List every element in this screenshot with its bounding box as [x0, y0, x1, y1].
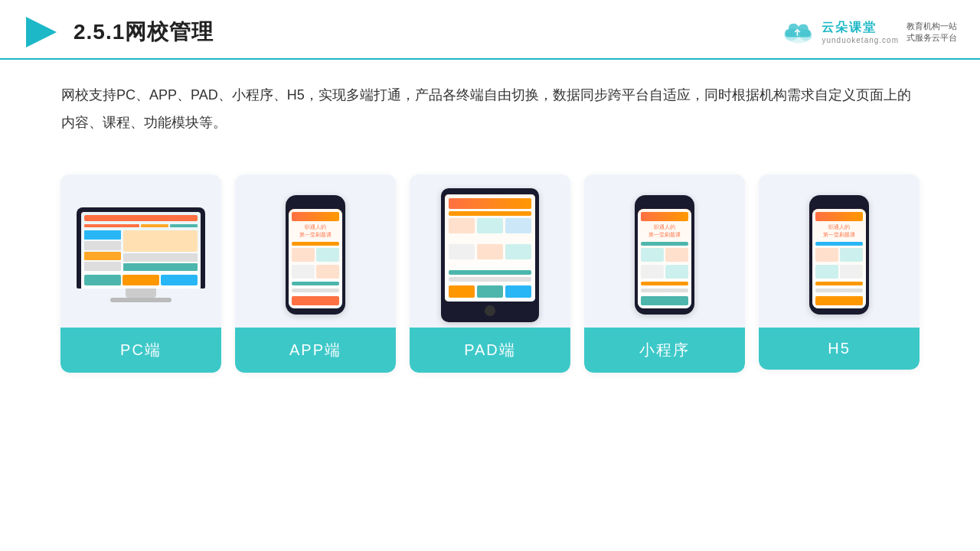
- description-text: 网校支持PC、APP、PAD、小程序、H5，实现多端打通，产品各终端自由切换，数…: [0, 60, 980, 144]
- header: 2.5.1网校管理 云朵课堂 yunduoketang.com 教育机构一站式服…: [0, 0, 980, 60]
- cards-container: PC端 职通人的第一堂刷题课: [0, 152, 980, 388]
- svg-marker-0: [26, 17, 57, 47]
- card-label-h5: H5: [759, 328, 920, 370]
- brand-logo: 云朵课堂 yunduoketang.com 教育机构一站式服务云平台: [780, 18, 957, 46]
- card-pc: PC端: [60, 174, 221, 373]
- brand-name: 云朵课堂: [822, 20, 877, 36]
- card-h5: 职通人的第一堂刷题课: [759, 174, 920, 370]
- card-pad: PAD端: [410, 174, 570, 373]
- phone-mockup-h5: 职通人的第一堂刷题课: [808, 195, 870, 315]
- card-label-app: APP端: [235, 328, 396, 373]
- card-label-miniprogram: 小程序: [584, 328, 745, 373]
- phone-mockup-mini: 职通人的第一堂刷题课: [634, 195, 695, 315]
- brand-text: 云朵课堂 yunduoketang.com: [822, 20, 899, 44]
- card-label-pad: PAD端: [410, 328, 570, 373]
- brand-slogan: 教育机构一站式服务云平台: [906, 21, 957, 44]
- header-left: 2.5.1网校管理: [23, 14, 214, 51]
- card-label-pc: PC端: [60, 328, 221, 373]
- card-image-app: 职通人的第一堂刷题课: [235, 174, 396, 328]
- page-title: 2.5.1网校管理: [74, 18, 214, 47]
- card-app: 职通人的第一堂刷题课: [235, 174, 396, 373]
- pc-mockup: [72, 207, 210, 302]
- phone-mockup-app: 职通人的第一堂刷题课: [285, 195, 346, 315]
- card-image-pc: [60, 174, 221, 328]
- header-right: 云朵课堂 yunduoketang.com 教育机构一站式服务云平台: [780, 18, 957, 46]
- card-image-h5: 职通人的第一堂刷题课: [759, 174, 920, 328]
- card-image-pad: [410, 174, 570, 328]
- tablet-mockup: [440, 188, 540, 322]
- cloud-icon: [780, 18, 817, 46]
- logo-icon: [23, 14, 60, 51]
- card-image-miniprogram: 职通人的第一堂刷题课: [584, 174, 745, 328]
- brand-url: yunduoketang.com: [822, 36, 899, 44]
- card-miniprogram: 职通人的第一堂刷题课: [584, 174, 745, 373]
